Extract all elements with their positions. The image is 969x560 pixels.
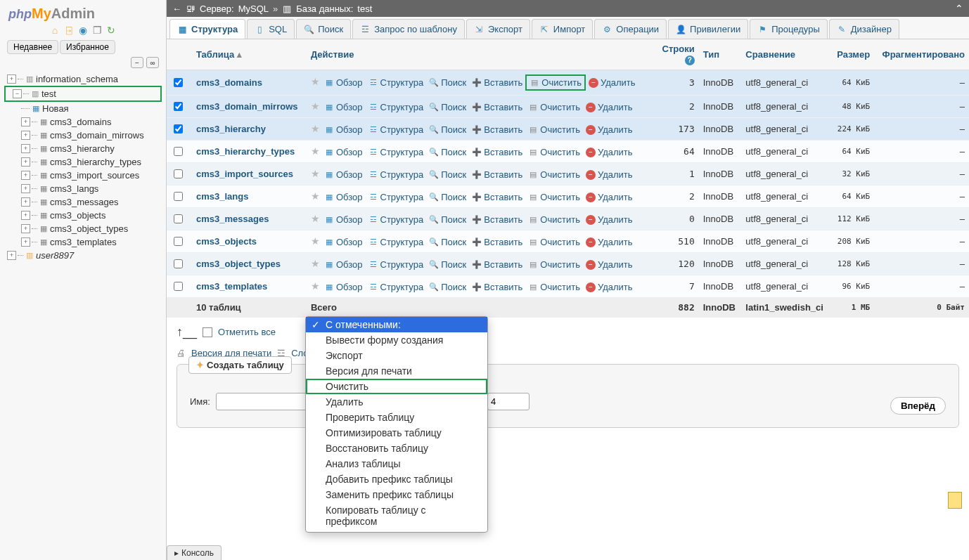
tab-Экспорт[interactable]: ⇲Экспорт [466, 19, 530, 39]
table-name[interactable]: cms3_hierarchy [196, 124, 266, 134]
action-search[interactable]: 🔍Поиск [426, 282, 469, 292]
tab-SQL[interactable]: ▯SQL [247, 19, 295, 39]
expand-icon[interactable]: + [21, 117, 30, 126]
action-search[interactable]: 🔍Поиск [426, 169, 469, 180]
action-empty[interactable]: ▤Очистить [525, 192, 583, 202]
dropdown-option[interactable]: Добавить префикс таблицы [306, 471, 487, 487]
table-name[interactable]: cms3_messages [196, 214, 269, 224]
star-icon[interactable]: ★ [311, 123, 320, 134]
row-checkbox[interactable] [174, 214, 183, 223]
action-browse[interactable]: ▦Обзор [321, 259, 366, 270]
dropdown-option[interactable]: Проверить таблицу [306, 410, 487, 425]
tree-db-test[interactable]: − ▥ test [4, 86, 162, 102]
action-structure[interactable]: ☲Структура [366, 147, 427, 157]
tab-Поиск[interactable]: 🔍Поиск [296, 19, 351, 39]
dropdown-option[interactable]: Вывести форму создания [306, 332, 487, 348]
action-structure[interactable]: ☲Структура [366, 77, 427, 88]
star-icon[interactable]: ★ [311, 145, 320, 157]
action-insert[interactable]: ➕Вставить [469, 214, 525, 225]
crumb-server[interactable]: MySQL [238, 4, 269, 14]
table-name[interactable]: cms3_domains [196, 77, 262, 88]
action-structure[interactable]: ☲Структура [366, 124, 427, 135]
dropdown-option[interactable]: Очистить [306, 379, 487, 394]
action-empty[interactable]: ▤Очистить [525, 259, 583, 270]
expand-icon[interactable]: + [21, 144, 30, 153]
action-insert[interactable]: ➕Вставить [469, 147, 525, 157]
action-empty[interactable]: ▤Очистить [525, 74, 586, 91]
action-drop[interactable]: −Удалить [583, 192, 636, 202]
action-empty[interactable]: ▤Очистить [525, 214, 583, 225]
action-empty[interactable]: ▤Очистить [525, 147, 583, 157]
tab-Запрос по шаблону[interactable]: ☲Запрос по шаблону [352, 19, 465, 39]
star-icon[interactable]: ★ [311, 235, 320, 247]
star-icon[interactable]: ★ [311, 100, 320, 112]
action-drop[interactable]: −Удалить [583, 169, 636, 180]
tree-new-table[interactable]: ▦ Новая [0, 102, 166, 115]
tree-table[interactable]: +▦cms3_hierarchy_types [0, 155, 166, 169]
action-empty[interactable]: ▤Очистить [525, 102, 583, 112]
action-search[interactable]: 🔍Поиск [426, 259, 469, 270]
console-toggle[interactable]: ▸ Консоль [167, 545, 222, 560]
dropdown-option[interactable]: Оптимизировать таблицу [306, 425, 487, 441]
docs-icon[interactable]: ❐ [91, 25, 103, 36]
action-insert[interactable]: ➕Вставить [469, 77, 525, 88]
action-drop[interactable]: −Удалить [583, 124, 636, 135]
action-empty[interactable]: ▤Очистить [525, 237, 583, 247]
expand-icon[interactable]: + [21, 131, 30, 140]
tree-db-user[interactable]: + ▥ user8897 [0, 249, 166, 262]
table-name[interactable]: cms3_domain_mirrows [196, 101, 298, 112]
th-rows[interactable]: Строки? [656, 39, 699, 70]
crumb-db[interactable]: test [357, 4, 372, 14]
action-empty[interactable]: ▤Очистить [525, 169, 583, 180]
action-structure[interactable]: ☲Структура [366, 282, 427, 292]
expand-icon[interactable]: + [21, 171, 30, 180]
action-browse[interactable]: ▦Обзор [321, 192, 366, 202]
star-icon[interactable]: ★ [311, 190, 320, 202]
row-checkbox[interactable] [174, 282, 183, 291]
dropdown-option[interactable]: Экспорт [306, 348, 487, 363]
dropdown-option[interactable]: Копировать таблицу с префиксом [306, 502, 487, 529]
tree-table[interactable]: +▦cms3_templates [0, 235, 166, 249]
action-insert[interactable]: ➕Вставить [469, 169, 525, 180]
expand-icon[interactable]: + [21, 211, 30, 220]
row-checkbox[interactable] [174, 124, 183, 134]
th-overhead[interactable]: Фрагментировано [874, 39, 969, 70]
reload-icon[interactable]: ↻ [105, 25, 117, 36]
table-name[interactable]: cms3_langs [196, 191, 248, 202]
tab-recent[interactable]: Недавнее [7, 40, 58, 54]
action-search[interactable]: 🔍Поиск [426, 77, 469, 88]
action-insert[interactable]: ➕Вставить [469, 237, 525, 247]
expand-icon[interactable]: + [7, 251, 16, 260]
th-size[interactable]: Размер [831, 39, 874, 70]
dropdown-option[interactable]: Восстановить таблицу [306, 441, 487, 456]
row-checkbox[interactable] [174, 147, 183, 156]
tree-table[interactable]: +▦cms3_langs [0, 182, 166, 195]
action-search[interactable]: 🔍Поиск [426, 124, 469, 135]
action-drop[interactable]: −Удалить [583, 102, 636, 112]
expand-icon[interactable]: + [21, 157, 30, 167]
row-checkbox[interactable] [174, 259, 183, 268]
tree-table[interactable]: +▦cms3_import_sources [0, 169, 166, 182]
row-checkbox[interactable] [174, 102, 183, 111]
expand-icon[interactable]: + [21, 184, 30, 193]
action-insert[interactable]: ➕Вставить [469, 259, 525, 270]
action-browse[interactable]: ▦Обзор [321, 282, 366, 292]
with-selected-dropdown[interactable]: С отмеченными:Вывести форму созданияЭксп… [305, 316, 488, 533]
star-icon[interactable]: ★ [311, 280, 320, 292]
dropdown-option[interactable]: Версия для печати [306, 363, 487, 379]
action-search[interactable]: 🔍Поиск [426, 102, 469, 112]
tab-Импорт[interactable]: ⇱Импорт [532, 19, 593, 39]
table-name[interactable]: cms3_templates [196, 281, 267, 292]
tab-Структура[interactable]: ▦Структура [169, 19, 245, 39]
tree-table[interactable]: +▦cms3_hierarchy [0, 142, 166, 155]
dropdown-option[interactable]: Заменить префикс таблицы [306, 487, 487, 502]
action-browse[interactable]: ▦Обзор [321, 147, 366, 157]
action-drop[interactable]: −Удалить [583, 147, 636, 157]
checkall-box[interactable] [203, 327, 212, 337]
tree-table[interactable]: +▦cms3_domains [0, 115, 166, 129]
action-structure[interactable]: ☲Структура [366, 192, 427, 202]
row-checkbox[interactable] [174, 78, 183, 87]
tree-table[interactable]: +▦cms3_objects [0, 209, 166, 222]
tree-table[interactable]: +▦cms3_messages [0, 195, 166, 209]
action-insert[interactable]: ➕Вставить [469, 192, 525, 202]
